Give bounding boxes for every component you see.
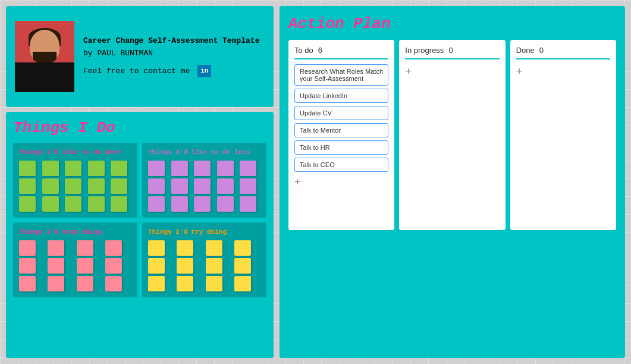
kanban-inprogress-label: In progress [405,46,444,55]
sticky-more-4 [88,161,105,176]
sticky-more-8 [65,178,81,194]
sticky-try-11 [206,276,222,291]
sticky-try-4 [234,240,251,256]
quadrant-try: Things I'd try doing [142,222,266,297]
sticky-try-2 [177,240,193,256]
sticky-more-9 [88,178,105,194]
things-i-do-card: Things I Do Things I'd like to do more [6,112,274,358]
sticky-stop-12 [105,276,122,291]
sticky-more-14 [88,196,105,212]
sticky-grid-stop [19,240,131,291]
sticky-more-7 [42,178,59,194]
kanban-done-label: Done [516,46,535,55]
avatar-beard [33,52,56,64]
sticky-stop-2 [48,240,64,256]
kanban-board: To do 6 Research What Roles Match your S… [288,40,616,230]
sticky-more-13 [65,196,81,212]
quadrant-stop-title: Things I'd stop doing [19,228,131,236]
right-column: Action Plan To do 6 Research What Roles … [280,6,625,358]
sticky-try-9 [148,276,165,291]
sticky-stop-11 [77,276,93,291]
kanban-item-3[interactable]: Talk to Mentor [294,123,388,137]
sticky-try-6 [177,258,193,274]
sticky-stop-8 [105,258,122,274]
header-title: Career Change Self-Assessment Template [83,35,259,48]
sticky-stop-9 [19,276,36,291]
sticky-less-1 [148,161,165,176]
sticky-try-12 [234,276,251,291]
kanban-header-todo: To do 6 [294,46,388,59]
sticky-stop-1 [19,240,36,256]
sticky-more-11 [19,196,36,212]
sticky-stop-4 [105,240,122,256]
sticky-try-7 [206,258,222,274]
sticky-less-7 [171,178,188,194]
sticky-stop-3 [77,240,93,256]
sticky-less-12 [171,196,188,212]
quadrant-less: Things I'd like to do less [142,143,266,218]
sticky-try-1 [148,240,165,256]
sticky-less-9 [217,178,234,194]
sticky-less-5 [240,161,256,176]
kanban-item-0[interactable]: Research What Roles Match your Self-Asse… [294,64,388,86]
kanban-todo-label: To do [294,46,313,55]
sticky-try-3 [206,240,222,256]
kanban-inprogress-add[interactable]: + [405,64,499,80]
sticky-less-3 [194,161,211,176]
left-column: Career Change Self-Assessment Template b… [6,6,274,358]
sticky-less-10 [240,178,256,194]
sticky-grid-more [19,161,131,212]
kanban-todo-add[interactable]: + [294,175,388,190]
sticky-more-3 [65,161,81,176]
kanban-todo-count: 6 [318,46,322,55]
kanban-inprogress-count: 0 [448,46,453,55]
header-contact: Feel free to contact me in [83,65,259,78]
sticky-try-8 [234,258,251,274]
kanban-header-inprogress: In progress 0 [405,46,499,59]
sticky-more-12 [42,196,59,212]
kanban-done-count: 0 [539,46,544,55]
quadrant-more: Things I'd like to do more [13,143,137,218]
sticky-stop-10 [48,276,64,291]
sticky-grid-try [148,240,260,291]
avatar-body [15,62,74,92]
sticky-less-8 [194,178,211,194]
sticky-more-6 [19,178,36,194]
sticky-less-14 [217,196,234,212]
sticky-stop-7 [77,258,93,274]
header-card: Career Change Self-Assessment Template b… [6,6,274,107]
kanban-done-add[interactable]: + [516,64,610,80]
sticky-more-15 [111,196,127,212]
sticky-less-15 [240,196,256,212]
sticky-less-4 [217,161,234,176]
sticky-less-6 [148,178,165,194]
sticky-grid-less [148,161,260,212]
kanban-column-todo: To do 6 Research What Roles Match your S… [288,40,394,230]
sticky-more-1 [19,161,36,176]
sticky-more-10 [111,178,127,194]
sticky-try-5 [148,258,165,274]
avatar [15,21,74,92]
sticky-less-11 [148,196,165,212]
action-plan-title: Action Plan [288,15,616,33]
sticky-less-13 [194,196,211,212]
header-text: Career Change Self-Assessment Template b… [83,35,259,78]
quadrants-grid: Things I'd like to do more [13,143,266,297]
sticky-stop-6 [48,258,64,274]
sticky-less-2 [171,161,188,176]
kanban-item-1[interactable]: Update LinkedIn [294,89,388,103]
sticky-more-2 [42,161,59,176]
linkedin-badge[interactable]: in [197,65,211,78]
kanban-column-inprogress: In progress 0 + [399,40,505,230]
sticky-more-5 [111,161,127,176]
header-author: by PAUL BUNTMAN [83,48,259,60]
sticky-stop-5 [19,258,36,274]
quadrant-more-title: Things I'd like to do more [19,149,131,156]
quadrant-less-title: Things I'd like to do less [148,149,260,156]
quadrant-stop: Things I'd stop doing [13,222,137,297]
things-i-do-title: Things I Do [13,119,266,137]
kanban-item-4[interactable]: Talk to HR [294,140,388,155]
kanban-item-5[interactable]: Talk to CEO [294,158,388,172]
kanban-header-done: Done 0 [516,46,610,59]
kanban-item-2[interactable]: Update CV [294,106,388,120]
